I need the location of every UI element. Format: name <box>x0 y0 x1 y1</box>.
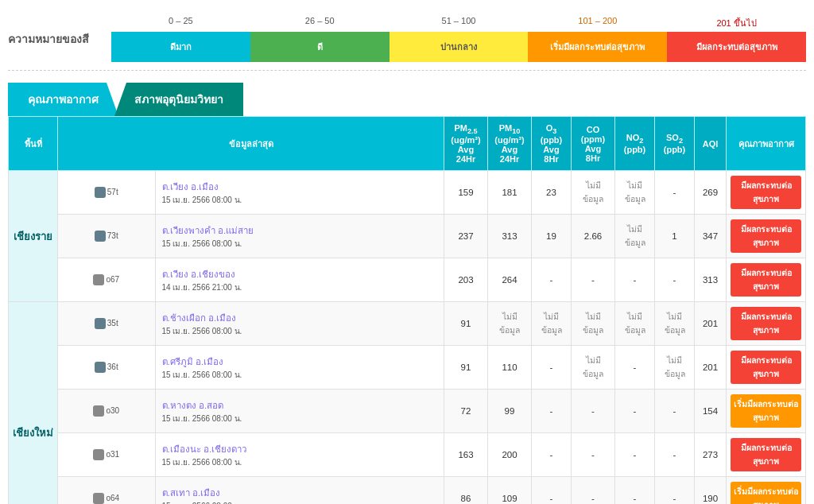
td-pm25: 203 <box>444 258 488 302</box>
table-row: เชียงราย57tต.เวียง อ.เมือง15 เม.ย. 2566 … <box>9 171 806 215</box>
th-area: พื้นที่ <box>9 117 58 171</box>
td-co: - <box>572 390 615 433</box>
place-link[interactable]: ต.เวียงพางคำ อ.แม่สาย <box>162 226 254 235</box>
legend-bars: 0 – 2526 – 5051 – 100101 – 200201 ขึ้นไป… <box>111 16 806 62</box>
td-quality: มีผลกระทบต่อสุขภาพ <box>727 215 806 258</box>
td-place[interactable]: ต.ศรีภูมิ อ.เมือง15 เม.ย. 2566 08:00 น. <box>155 346 444 390</box>
tab-meteorology[interactable]: สภาพอุตุนิยมวิทยา <box>114 83 243 116</box>
td-pm25: 163 <box>444 433 488 477</box>
air-quality-table: พื้นที่ ข้อมูลล่าสุด PM2.5(ug/m³)Avg24Hr… <box>8 116 806 504</box>
td-so2: - <box>655 477 695 504</box>
td-co: - <box>572 433 615 477</box>
table-row: 73tต.เวียงพางคำ อ.แม่สาย15 เม.ย. 2566 08… <box>9 215 806 258</box>
td-o3: - <box>532 433 572 477</box>
th-co: CO(ppm)Avg8Hr <box>572 117 615 171</box>
td-place[interactable]: ต.ช้างเผือก อ.เมือง15 เม.ย. 2566 08:00 น… <box>155 302 444 346</box>
td-area: เชียงใหม่ <box>9 302 58 504</box>
td-station-id: 36t <box>58 346 156 390</box>
td-o3: 23 <box>532 171 572 215</box>
station-icon <box>95 187 106 198</box>
td-quality: มีผลกระทบต่อสุขภาพ <box>727 433 806 477</box>
td-co: ไม่มีข้อมูล <box>572 346 615 390</box>
td-o3: - <box>532 258 572 302</box>
td-place[interactable]: ต.เวียงพางคำ อ.แม่สาย15 เม.ย. 2566 08:00… <box>155 215 444 258</box>
td-so2: - <box>655 258 695 302</box>
td-o3: 19 <box>532 215 572 258</box>
td-aqi: 201 <box>695 346 727 390</box>
td-no2: ไม่มีข้อมูล <box>615 171 655 215</box>
td-pm10: 200 <box>488 433 532 477</box>
td-so2: - <box>655 390 695 433</box>
td-pm25: 86 <box>444 477 488 504</box>
td-pm25: 159 <box>444 171 488 215</box>
tab-bar: คุณภาพอากาศ สภาพอุตุนิยมวิทยา <box>8 83 806 116</box>
table-row: o64ต.สเทา อ.เมือง15 เม.ย. 2566 08:00 น.8… <box>9 477 806 504</box>
table-row: เชียงใหม่35tต.ช้างเผือก อ.เมือง15 เม.ย. … <box>9 302 806 346</box>
td-place[interactable]: ต.หางตง อ.สอด15 เม.ย. 2566 08:00 น. <box>155 390 444 433</box>
td-pm10: 99 <box>488 390 532 433</box>
td-pm25: 91 <box>444 302 488 346</box>
place-link[interactable]: ต.เวียง อ.เชียงของ <box>162 269 236 279</box>
place-link[interactable]: ต.สเทา อ.เมือง <box>162 488 221 498</box>
td-pm25: 72 <box>444 390 488 433</box>
th-o3: O3(ppb)Avg8Hr <box>532 117 572 171</box>
td-quality: มีผลกระทบต่อสุขภาพ <box>727 302 806 346</box>
td-place[interactable]: ต.สเทา อ.เมือง15 เม.ย. 2566 08:00 น. <box>155 477 444 504</box>
td-aqi: 313 <box>695 258 727 302</box>
td-o3: - <box>532 477 572 504</box>
td-aqi: 190 <box>695 477 727 504</box>
td-no2: - <box>615 477 655 504</box>
td-so2: ไม่มีข้อมูล <box>655 302 695 346</box>
td-so2: - <box>655 433 695 477</box>
td-aqi: 273 <box>695 433 727 477</box>
th-pm10: PM10(ug/m³)Avg24Hr <box>488 117 532 171</box>
th-quality: คุณภาพอากาศ <box>727 117 806 171</box>
station-icon <box>93 405 104 417</box>
td-station-id: o64 <box>58 477 156 504</box>
legend-color-blocks: ดีมากดีปานกลางเริ่มมีผลกระทบต่อสุขภาพมีผ… <box>111 32 806 62</box>
td-no2: ไม่มีข้อมูล <box>615 215 655 258</box>
table-row: 36tต.ศรีภูมิ อ.เมือง15 เม.ย. 2566 08:00 … <box>9 346 806 390</box>
place-link[interactable]: ต.หางตง อ.สอด <box>162 401 224 410</box>
td-place[interactable]: ต.เวียง อ.เชียงของ14 เม.ย. 2566 21:00 น. <box>155 258 444 302</box>
station-icon <box>95 318 106 329</box>
td-so2: ไม่มีข้อมูล <box>655 346 695 390</box>
th-pm25: PM2.5(ug/m³)Avg24Hr <box>444 117 488 171</box>
td-quality: มีผลกระทบต่อสุขภาพ <box>727 171 806 215</box>
td-station-id: o31 <box>58 433 156 477</box>
table-body: เชียงราย57tต.เวียง อ.เมือง15 เม.ย. 2566 … <box>9 171 806 504</box>
station-icon <box>93 274 104 285</box>
th-no2: NO2(ppb) <box>615 117 655 171</box>
td-co: - <box>572 258 615 302</box>
td-co: - <box>572 477 615 504</box>
place-link[interactable]: ต.ศรีภูมิ อ.เมือง <box>162 357 224 366</box>
station-icon <box>95 362 106 373</box>
td-so2: 1 <box>655 215 695 258</box>
place-link[interactable]: ต.เวียง อ.เมือง <box>162 182 219 192</box>
td-pm10: ไม่มีข้อมูล <box>488 302 532 346</box>
td-quality: มีผลกระทบต่อสุขภาพ <box>727 346 806 390</box>
td-co: ไม่มีข้อมูล <box>572 302 615 346</box>
tab-air-quality[interactable]: คุณภาพอากาศ <box>8 83 118 116</box>
td-place[interactable]: ต.เมืองนะ อ.เชียงดาว15 เม.ย. 2566 08:00 … <box>155 433 444 477</box>
td-place[interactable]: ต.เวียง อ.เมือง15 เม.ย. 2566 08:00 น. <box>155 171 444 215</box>
td-o3: - <box>532 390 572 433</box>
td-station-id: 57t <box>58 171 156 215</box>
td-quality: มีผลกระทบต่อสุขภาพ <box>727 258 806 302</box>
td-aqi: 269 <box>695 171 727 215</box>
td-so2: - <box>655 171 695 215</box>
station-icon <box>95 231 106 242</box>
td-pm10: 109 <box>488 477 532 504</box>
td-pm25: 237 <box>444 215 488 258</box>
data-table-wrapper: พื้นที่ ข้อมูลล่าสุด PM2.5(ug/m³)Avg24Hr… <box>8 116 806 504</box>
place-link[interactable]: ต.ช้างเผือก อ.เมือง <box>162 313 237 323</box>
td-no2: ไม่มีข้อมูล <box>615 302 655 346</box>
table-row: o30ต.หางตง อ.สอด15 เม.ย. 2566 08:00 น.72… <box>9 390 806 433</box>
td-quality: เริ่มมีผลกระทบต่อสุขภาพ <box>727 390 806 433</box>
td-station-id: o30 <box>58 390 156 433</box>
td-no2: - <box>615 346 655 390</box>
table-header-row: พื้นที่ ข้อมูลล่าสุด PM2.5(ug/m³)Avg24Hr… <box>9 117 806 171</box>
td-o3: ไม่มีข้อมูล <box>532 302 572 346</box>
th-so2: SO2(ppb) <box>655 117 695 171</box>
place-link[interactable]: ต.เมืองนะ อ.เชียงดาว <box>162 444 247 454</box>
